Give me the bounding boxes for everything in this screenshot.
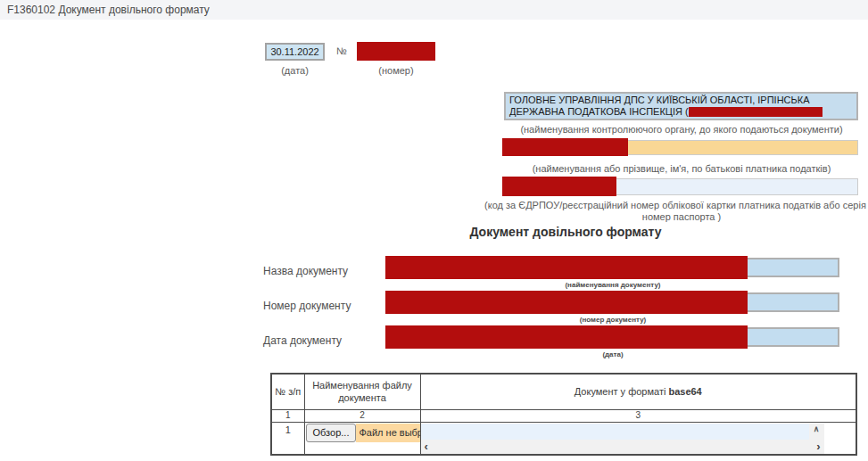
scroll-left-icon[interactable]: ‹	[425, 440, 428, 453]
col-header-base64: Документ у форматі base64	[420, 374, 856, 409]
column-number-1: 1	[271, 409, 304, 422]
base64-textarea[interactable]: ∧ ‹ ›	[421, 424, 824, 454]
redaction-doc-date	[385, 325, 748, 349]
scroll-up-icon[interactable]: ∧	[809, 424, 824, 434]
file-cell: Обзор... Файл не выбран.	[304, 422, 420, 455]
table-row: 1 Обзор... Файл не выбран. ∧ ‹ ›	[271, 422, 856, 455]
payer-caption: (найменування або прізвище, ім'я, по бат…	[485, 163, 868, 174]
base64-cell: ∧ ‹ ›	[420, 422, 856, 455]
row-index-cell: 1	[271, 422, 304, 455]
number-caption: (номер)	[352, 65, 440, 76]
date-input[interactable]: 30.11.2022	[265, 43, 325, 61]
document-heading: Документ довільного формату	[387, 225, 744, 239]
files-table: № з/п Найменування файлу документа Докум…	[270, 373, 857, 456]
col-header-base64-prefix: Документ у форматі	[575, 386, 669, 397]
authority-caption: (найменування контролюючого органу, до я…	[485, 124, 868, 135]
redaction-code	[502, 177, 616, 196]
redaction-doc-name	[385, 256, 748, 279]
browse-button[interactable]: Обзор...	[306, 424, 357, 442]
doc-name-caption: (найменування документу)	[386, 281, 839, 289]
authority-name-field[interactable]: ГОЛОВНЕ УПРАВЛІННЯ ДПС У КИЇВСЬКІЙ ОБЛАС…	[504, 92, 858, 120]
form-title: F1360102 Документ довільного формату	[7, 4, 210, 16]
number-label: №	[336, 45, 347, 56]
doc-number-caption: (номер документу)	[386, 316, 839, 324]
redaction-payer	[502, 138, 628, 156]
column-number-3: 3	[420, 409, 856, 422]
doc-date-caption: (дата)	[386, 350, 839, 358]
form-page: F1360102 Документ довільного формату 30.…	[0, 0, 868, 461]
doc-number-label: Номер документу	[263, 300, 351, 312]
file-status-text: Файл не выбран.	[356, 424, 419, 442]
column-number-2: 2	[304, 409, 420, 422]
vertical-scrollbar[interactable]: ∧	[809, 424, 824, 440]
date-caption: (дата)	[252, 65, 337, 76]
col-header-filename: Найменування файлу документа	[304, 374, 420, 409]
col-header-index: № з/п	[271, 374, 304, 409]
doc-date-label: Дата документу	[263, 334, 342, 347]
redaction-authority	[689, 107, 823, 117]
doc-name-label: Назва документу	[263, 265, 348, 277]
number-input-redacted[interactable]	[357, 42, 435, 61]
base64-content-area[interactable]	[421, 424, 809, 440]
col-header-base64-bold: base64	[668, 386, 701, 397]
redaction-doc-number	[385, 291, 748, 314]
file-input[interactable]: Обзор... Файл не выбран.	[306, 424, 420, 442]
horizontal-scrollbar[interactable]: ‹ ›	[421, 440, 824, 454]
code-caption: (код за ЄДРПОУ/реєстраційний номер облік…	[476, 200, 868, 223]
scroll-right-icon[interactable]: ›	[816, 440, 820, 453]
